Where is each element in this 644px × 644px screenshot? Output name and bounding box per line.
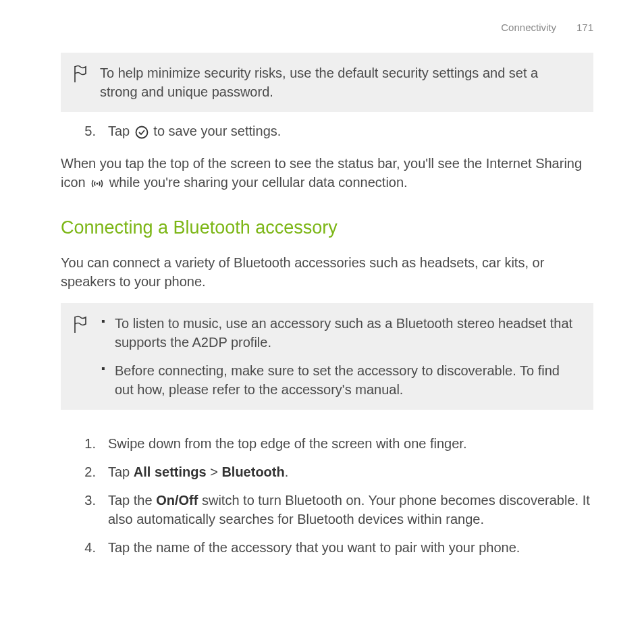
step-number: 5. [78, 122, 96, 142]
security-tip-callout: To help minimize security risks, use the… [61, 53, 593, 112]
svg-point-1 [97, 183, 99, 185]
callout-bullet-1: To listen to music, use an accessory suc… [100, 314, 577, 352]
text: > [207, 464, 222, 479]
step-content: Tap the On/Off switch to turn Bluetooth … [108, 491, 593, 529]
section-label: Connectivity [501, 20, 556, 34]
step-number: 3. [78, 491, 96, 529]
step-number: 4. [78, 538, 96, 557]
step-text-after: to save your settings. [150, 124, 281, 138]
bluetooth-label: Bluetooth [221, 464, 284, 479]
broadcast-icon [90, 173, 104, 192]
page-number: 171 [576, 20, 593, 34]
section-heading: Connecting a Bluetooth accessory [61, 215, 593, 241]
para-text-after: while you're sharing your cellular data … [105, 175, 407, 190]
step-content: Swipe down from the top edge of the scre… [108, 434, 593, 453]
on-off-label: On/Off [156, 493, 198, 508]
svg-point-0 [136, 126, 147, 138]
step-2: 2. Tap All settings > Bluetooth. [78, 462, 593, 481]
callout-bullet-2: Before connecting, make sure to set the … [100, 361, 577, 399]
step-1: 1. Swipe down from the top edge of the s… [78, 434, 593, 453]
page-header: Connectivity 171 [501, 20, 593, 34]
bluetooth-intro-paragraph: You can connect a variety of Bluetooth a… [61, 253, 593, 291]
step-4: 4. Tap the name of the accessory that yo… [78, 538, 593, 557]
step-3: 3. Tap the On/Off switch to turn Bluetoo… [78, 491, 593, 529]
bluetooth-tips-callout: To listen to music, use an accessory suc… [61, 303, 593, 410]
step-content: Tap the name of the accessory that you w… [108, 538, 593, 557]
all-settings-label: All settings [134, 464, 207, 479]
text: Tap [108, 464, 134, 479]
internet-sharing-paragraph: When you tap the top of the screen to se… [61, 154, 593, 193]
step-5: 5. Tap to save your settings. [78, 122, 593, 142]
check-circle-icon [135, 123, 149, 142]
text: . [285, 464, 289, 479]
step-content: Tap to save your settings. [108, 122, 593, 142]
callout-list: To listen to music, use an accessory suc… [100, 314, 577, 399]
callout-text: To help minimize security risks, use the… [100, 63, 577, 101]
step-number: 1. [78, 434, 96, 453]
step-number: 2. [78, 462, 96, 481]
step-content: Tap All settings > Bluetooth. [108, 462, 593, 481]
text: Tap the [108, 493, 156, 508]
flag-icon [73, 315, 88, 334]
flag-icon [73, 65, 88, 84]
step-text-before: Tap [108, 124, 134, 138]
